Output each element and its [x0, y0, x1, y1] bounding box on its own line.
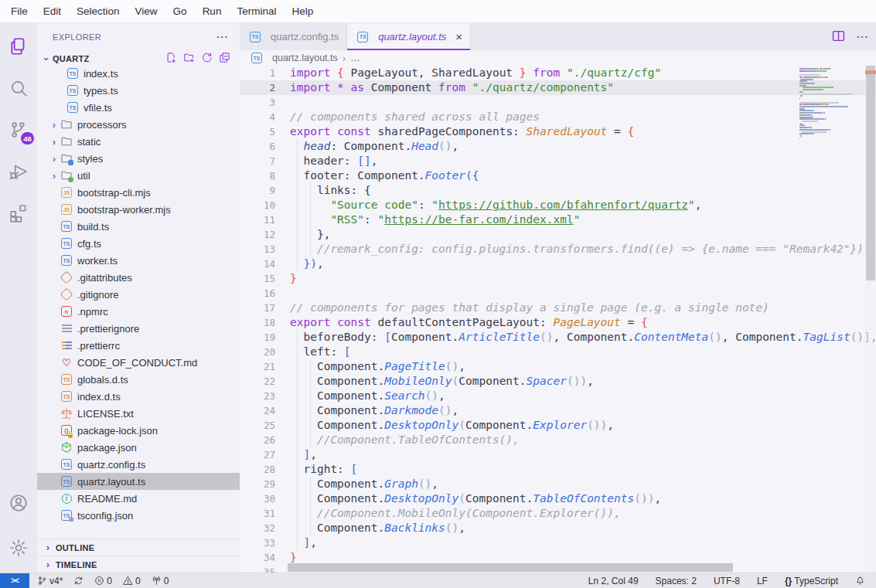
vertical-scrollbar-thumb[interactable] [866, 66, 875, 280]
code-line-29[interactable]: 29 Component.Graph(), [240, 477, 876, 491]
tree-item-package-lock.json[interactable]: {}🔒package-lock.json [37, 422, 240, 439]
collapse-all-icon[interactable] [219, 52, 230, 66]
code-line-2[interactable]: 2import * as Component from "./quartz/co… [240, 80, 876, 95]
code-line-1[interactable]: 1import { PageLayout, SharedLayout } fro… [240, 66, 876, 80]
tree-item-index.d.ts[interactable]: TSindex.d.ts [37, 388, 240, 405]
tree-item-.gitattributes[interactable]: .gitattributes [37, 269, 240, 286]
menu-selection[interactable]: Selection [69, 2, 128, 20]
status-ports[interactable]: 0 [152, 576, 169, 586]
code-line-9[interactable]: 9 links: { [240, 183, 876, 198]
menu-terminal[interactable]: Terminal [229, 2, 284, 20]
refresh-icon[interactable] [201, 52, 213, 66]
code-line-14[interactable]: 14 }), [240, 257, 876, 271]
status-braces[interactable]: {}TypeScript [785, 576, 838, 586]
breadcrumb-more[interactable]: … [350, 53, 360, 63]
tree-item-styles[interactable]: ›styles [37, 150, 240, 167]
tree-item-processors[interactable]: ›processors [37, 116, 240, 133]
status-error[interactable]: 0 [94, 576, 112, 586]
tree-item-package.json[interactable]: package.json [37, 439, 240, 456]
vertical-scrollbar[interactable] [865, 66, 876, 573]
activity-settings[interactable] [0, 529, 37, 566]
menu-file[interactable]: File [3, 2, 36, 20]
tree-item-cfg.ts[interactable]: TScfg.ts [37, 235, 240, 252]
code-line-23[interactable]: 23 Component.Search(), [240, 389, 876, 403]
tree-item-tsconfig.json[interactable]: TS⚙tsconfig.json [37, 507, 240, 524]
status-sync[interactable] [73, 576, 84, 586]
tree-item-.npmrc[interactable]: n.npmrc [37, 303, 240, 320]
code-line-31[interactable]: 31 //Component.MobileOnly(Component.Expl… [240, 506, 876, 521]
code-line-26[interactable]: 26 //Component.TableOfContents(), [240, 433, 876, 447]
new-file-icon[interactable] [165, 52, 177, 66]
menu-go[interactable]: Go [165, 2, 195, 20]
tree-item-worker.ts[interactable]: TSworker.ts [37, 252, 240, 269]
code-line-10[interactable]: 10 "Source code": "https://github.com/bf… [240, 198, 876, 212]
status-branch[interactable]: v4* [37, 576, 63, 586]
activity-source-control[interactable]: 46 [0, 111, 37, 148]
code-line-28[interactable]: 28 right: [ [240, 462, 876, 477]
status-bell[interactable] [855, 576, 865, 586]
new-folder-icon[interactable] [183, 52, 195, 66]
tree-item-static[interactable]: ›static [37, 133, 240, 150]
activity-explorer[interactable] [0, 28, 37, 65]
code-line-33[interactable]: 33 ], [240, 535, 876, 550]
menu-help[interactable]: Help [284, 2, 321, 20]
activity-extensions[interactable] [0, 195, 37, 232]
minimap[interactable] [799, 68, 857, 141]
tree-item-globals.d.ts[interactable]: TSglobals.d.ts [37, 371, 240, 388]
code-line-25[interactable]: 25 Component.DesktopOnly(Component.Explo… [240, 418, 876, 433]
tree-item-types.ts[interactable]: TStypes.ts [37, 82, 240, 99]
tree-item-bootstrap-worker.mjs[interactable]: JSbootstrap-worker.mjs [37, 201, 240, 218]
code-line-8[interactable]: 8 footer: Component.Footer({ [240, 168, 876, 183]
tree-item-index.ts[interactable]: TSindex.ts [37, 65, 240, 82]
code-line-21[interactable]: 21 Component.PageTitle(), [240, 359, 876, 374]
code-line-15[interactable]: 15} [240, 271, 876, 286]
tree-item-util[interactable]: ›util [37, 167, 240, 184]
status-spaces-2[interactable]: Spaces: 2 [656, 576, 697, 586]
activity-account[interactable] [0, 484, 37, 522]
panel-timeline[interactable]: ›TIMELINE [37, 556, 240, 573]
tree-item-build.ts[interactable]: TSbuild.ts [37, 218, 240, 235]
code-line-19[interactable]: 19 beforeBody: [Component.ArticleTitle()… [240, 330, 876, 345]
tree-item-vfile.ts[interactable]: TSvfile.ts [37, 99, 240, 116]
code-line-16[interactable]: 16 [240, 286, 876, 301]
tree-item-.gitignore[interactable]: .gitignore [37, 286, 240, 303]
code-line-17[interactable]: 17// components for pages that display a… [240, 301, 876, 315]
tree-item-bootstrap-cli.mjs[interactable]: JSbootstrap-cli.mjs [37, 184, 240, 201]
remote-indicator[interactable]: >< [0, 573, 29, 588]
tree-item-.prettierrc[interactable]: .prettierrc [37, 337, 240, 354]
activity-run-debug[interactable] [0, 153, 37, 190]
menu-edit[interactable]: Edit [36, 2, 69, 20]
code-line-32[interactable]: 32 Component.Backlinks(), [240, 521, 876, 535]
code-line-13[interactable]: 13 //remark_config: config.plugins.trans… [240, 242, 876, 257]
code-line-3[interactable]: 3 [240, 95, 876, 110]
status-warning[interactable]: 0 [123, 576, 141, 586]
activity-search[interactable] [0, 70, 37, 107]
editor-more-actions-icon[interactable]: ⋯ [856, 29, 868, 44]
status-utf-8[interactable]: UTF-8 [714, 576, 740, 586]
status-ln-2-col-49[interactable]: Ln 2, Col 49 [588, 576, 639, 586]
explorer-more-actions-icon[interactable]: ⋯ [216, 33, 229, 41]
breadcrumb[interactable]: TS quartz.layout.ts › … [240, 50, 876, 66]
status-lf[interactable]: LF [757, 576, 768, 586]
code-line-7[interactable]: 7 header: [], [240, 154, 876, 168]
tree-item-code-of-conduct.md[interactable]: ♡CODE_OF_CONDUCT.md [37, 354, 240, 371]
horizontal-scrollbar-thumb[interactable] [288, 563, 733, 572]
code-line-22[interactable]: 22 Component.MobileOnly(Component.Spacer… [240, 374, 876, 389]
code-line-24[interactable]: 24 Component.Darkmode(), [240, 403, 876, 418]
close-icon[interactable]: × [455, 30, 462, 43]
tree-item-readme.md[interactable]: iREADME.md [37, 490, 240, 507]
tab-quartz.config.ts[interactable]: TSquartz.config.ts [240, 23, 347, 50]
tree-item-license.txt[interactable]: LICENSE.txt [37, 405, 240, 422]
tree-item-quartz.layout.ts[interactable]: TSquartz.layout.ts [37, 473, 240, 490]
code-line-5[interactable]: 5export const sharedPageComponents: Shar… [240, 124, 876, 139]
split-editor-icon[interactable] [832, 29, 845, 45]
code-line-20[interactable]: 20 left: [ [240, 345, 876, 359]
code-line-6[interactable]: 6 head: Component.Head(), [240, 139, 876, 154]
tree-item-.prettierignore[interactable]: .prettierignore [37, 320, 240, 337]
code-line-12[interactable]: 12 }, [240, 227, 876, 242]
menu-run[interactable]: Run [195, 2, 230, 20]
tab-quartz.layout.ts[interactable]: TSquartz.layout.ts× [347, 23, 471, 50]
tree-item-quartz.config.ts[interactable]: TSquartz.config.ts [37, 456, 240, 473]
code-area[interactable]: 1import { PageLayout, SharedLayout } fro… [240, 66, 876, 573]
panel-outline[interactable]: ›OUTLINE [37, 539, 240, 556]
